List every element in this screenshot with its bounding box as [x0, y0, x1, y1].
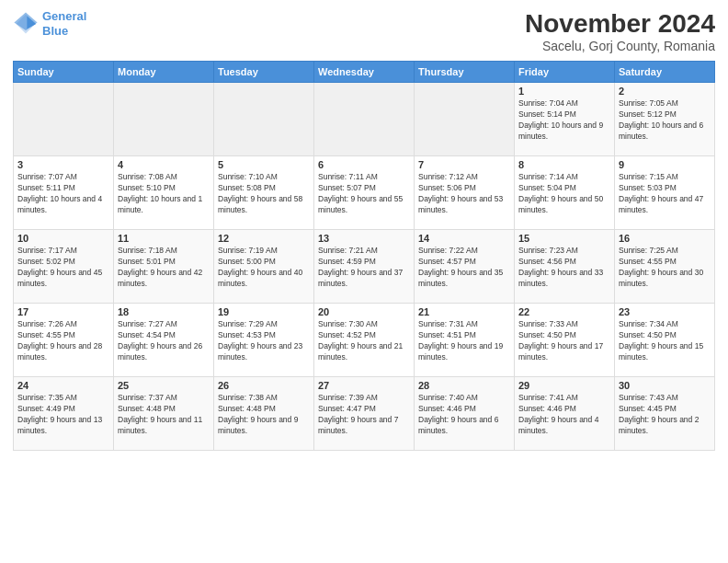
day-cell: 4Sunrise: 7:08 AM Sunset: 5:10 PM Daylig…: [114, 156, 214, 230]
day-number: 26: [218, 380, 310, 391]
page-title: November 2024: [525, 9, 715, 39]
day-cell: 7Sunrise: 7:12 AM Sunset: 5:06 PM Daylig…: [415, 156, 515, 230]
day-number: 8: [518, 159, 610, 170]
day-info: Sunrise: 7:29 AM Sunset: 4:53 PM Dayligh…: [218, 319, 310, 363]
day-number: 9: [619, 159, 711, 170]
title-area: November 2024 Sacelu, Gorj County, Roman…: [525, 9, 715, 53]
day-info: Sunrise: 7:07 AM Sunset: 5:11 PM Dayligh…: [17, 172, 109, 216]
day-number: 17: [17, 306, 109, 317]
day-number: 22: [518, 306, 610, 317]
day-info: Sunrise: 7:35 AM Sunset: 4:49 PM Dayligh…: [17, 393, 109, 437]
calendar-table: SundayMondayTuesdayWednesdayThursdayFrid…: [13, 61, 715, 451]
day-cell: 24Sunrise: 7:35 AM Sunset: 4:49 PM Dayli…: [14, 377, 114, 451]
header-cell-saturday: Saturday: [615, 62, 715, 83]
day-cell: 16Sunrise: 7:25 AM Sunset: 4:55 PM Dayli…: [615, 230, 715, 304]
logo: General Blue: [13, 9, 86, 38]
day-cell: 6Sunrise: 7:11 AM Sunset: 5:07 PM Daylig…: [314, 156, 415, 230]
day-number: 1: [518, 86, 610, 97]
day-cell: [114, 83, 214, 156]
header-cell-thursday: Thursday: [415, 62, 515, 83]
day-cell: 30Sunrise: 7:43 AM Sunset: 4:45 PM Dayli…: [615, 377, 715, 451]
day-cell: [214, 83, 314, 156]
day-number: 5: [218, 159, 310, 170]
page-subtitle: Sacelu, Gorj County, Romania: [525, 39, 715, 53]
day-number: 29: [518, 380, 610, 391]
header-row: SundayMondayTuesdayWednesdayThursdayFrid…: [14, 62, 715, 83]
week-row-0: 1Sunrise: 7:04 AM Sunset: 5:14 PM Daylig…: [14, 83, 715, 156]
day-info: Sunrise: 7:17 AM Sunset: 5:02 PM Dayligh…: [17, 246, 109, 290]
day-cell: [415, 83, 515, 156]
week-row-3: 17Sunrise: 7:26 AM Sunset: 4:55 PM Dayli…: [14, 304, 715, 377]
day-number: 30: [619, 380, 711, 391]
header: General Blue November 2024 Sacelu, Gorj …: [13, 9, 715, 53]
week-row-2: 10Sunrise: 7:17 AM Sunset: 5:02 PM Dayli…: [14, 230, 715, 304]
day-info: Sunrise: 7:25 AM Sunset: 4:55 PM Dayligh…: [619, 246, 711, 290]
day-cell: 9Sunrise: 7:15 AM Sunset: 5:03 PM Daylig…: [615, 156, 715, 230]
svg-marker-1: [14, 12, 37, 30]
day-cell: 18Sunrise: 7:27 AM Sunset: 4:54 PM Dayli…: [114, 304, 214, 377]
header-cell-monday: Monday: [114, 62, 214, 83]
day-number: 7: [418, 159, 510, 170]
day-info: Sunrise: 7:38 AM Sunset: 4:48 PM Dayligh…: [218, 393, 310, 437]
day-info: Sunrise: 7:08 AM Sunset: 5:10 PM Dayligh…: [118, 172, 210, 216]
header-cell-wednesday: Wednesday: [314, 62, 415, 83]
day-number: 20: [318, 306, 410, 317]
day-info: Sunrise: 7:22 AM Sunset: 4:57 PM Dayligh…: [418, 246, 510, 290]
day-info: Sunrise: 7:21 AM Sunset: 4:59 PM Dayligh…: [318, 246, 410, 290]
day-info: Sunrise: 7:11 AM Sunset: 5:07 PM Dayligh…: [318, 172, 410, 216]
day-info: Sunrise: 7:19 AM Sunset: 5:00 PM Dayligh…: [218, 246, 310, 290]
day-number: 21: [418, 306, 510, 317]
day-cell: 5Sunrise: 7:10 AM Sunset: 5:08 PM Daylig…: [214, 156, 314, 230]
day-cell: 11Sunrise: 7:18 AM Sunset: 5:01 PM Dayli…: [114, 230, 214, 304]
day-info: Sunrise: 7:41 AM Sunset: 4:46 PM Dayligh…: [518, 393, 610, 437]
day-cell: 26Sunrise: 7:38 AM Sunset: 4:48 PM Dayli…: [214, 377, 314, 451]
day-number: 14: [418, 233, 510, 244]
day-info: Sunrise: 7:14 AM Sunset: 5:04 PM Dayligh…: [518, 172, 610, 216]
day-info: Sunrise: 7:05 AM Sunset: 5:12 PM Dayligh…: [619, 98, 711, 143]
day-number: 6: [318, 159, 410, 170]
day-cell: 19Sunrise: 7:29 AM Sunset: 4:53 PM Dayli…: [214, 304, 314, 377]
week-row-4: 24Sunrise: 7:35 AM Sunset: 4:49 PM Dayli…: [14, 377, 715, 451]
day-info: Sunrise: 7:37 AM Sunset: 4:48 PM Dayligh…: [118, 393, 210, 437]
day-info: Sunrise: 7:40 AM Sunset: 4:46 PM Dayligh…: [418, 393, 510, 437]
day-info: Sunrise: 7:23 AM Sunset: 4:56 PM Dayligh…: [518, 246, 610, 290]
day-number: 18: [118, 306, 210, 317]
day-number: 24: [17, 380, 109, 391]
day-info: Sunrise: 7:26 AM Sunset: 4:55 PM Dayligh…: [17, 319, 109, 363]
day-cell: 20Sunrise: 7:30 AM Sunset: 4:52 PM Dayli…: [314, 304, 415, 377]
day-cell: 25Sunrise: 7:37 AM Sunset: 4:48 PM Dayli…: [114, 377, 214, 451]
day-info: Sunrise: 7:33 AM Sunset: 4:50 PM Dayligh…: [518, 319, 610, 363]
day-cell: 23Sunrise: 7:34 AM Sunset: 4:50 PM Dayli…: [615, 304, 715, 377]
day-cell: [314, 83, 415, 156]
page: General Blue November 2024 Sacelu, Gorj …: [0, 0, 728, 563]
day-number: 13: [318, 233, 410, 244]
day-info: Sunrise: 7:34 AM Sunset: 4:50 PM Dayligh…: [619, 319, 711, 363]
day-cell: 17Sunrise: 7:26 AM Sunset: 4:55 PM Dayli…: [14, 304, 114, 377]
day-number: 10: [17, 233, 109, 244]
day-number: 11: [118, 233, 210, 244]
day-info: Sunrise: 7:31 AM Sunset: 4:51 PM Dayligh…: [418, 319, 510, 363]
week-row-1: 3Sunrise: 7:07 AM Sunset: 5:11 PM Daylig…: [14, 156, 715, 230]
header-cell-tuesday: Tuesday: [214, 62, 314, 83]
day-number: 28: [418, 380, 510, 391]
header-cell-friday: Friday: [515, 62, 615, 83]
day-cell: [14, 83, 114, 156]
day-number: 3: [17, 159, 109, 170]
day-number: 4: [118, 159, 210, 170]
logo-icon: [13, 11, 39, 37]
day-info: Sunrise: 7:15 AM Sunset: 5:03 PM Dayligh…: [619, 172, 711, 216]
day-number: 23: [619, 306, 711, 317]
day-number: 27: [318, 380, 410, 391]
day-cell: 28Sunrise: 7:40 AM Sunset: 4:46 PM Dayli…: [415, 377, 515, 451]
day-cell: 8Sunrise: 7:14 AM Sunset: 5:04 PM Daylig…: [515, 156, 615, 230]
day-cell: 10Sunrise: 7:17 AM Sunset: 5:02 PM Dayli…: [14, 230, 114, 304]
day-cell: 27Sunrise: 7:39 AM Sunset: 4:47 PM Dayli…: [314, 377, 415, 451]
day-info: Sunrise: 7:43 AM Sunset: 4:45 PM Dayligh…: [619, 393, 711, 437]
day-info: Sunrise: 7:39 AM Sunset: 4:47 PM Dayligh…: [318, 393, 410, 437]
day-cell: 2Sunrise: 7:05 AM Sunset: 5:12 PM Daylig…: [615, 83, 715, 156]
day-cell: 3Sunrise: 7:07 AM Sunset: 5:11 PM Daylig…: [14, 156, 114, 230]
calendar-header: SundayMondayTuesdayWednesdayThursdayFrid…: [14, 62, 715, 83]
day-number: 16: [619, 233, 711, 244]
day-info: Sunrise: 7:30 AM Sunset: 4:52 PM Dayligh…: [318, 319, 410, 363]
day-number: 25: [118, 380, 210, 391]
